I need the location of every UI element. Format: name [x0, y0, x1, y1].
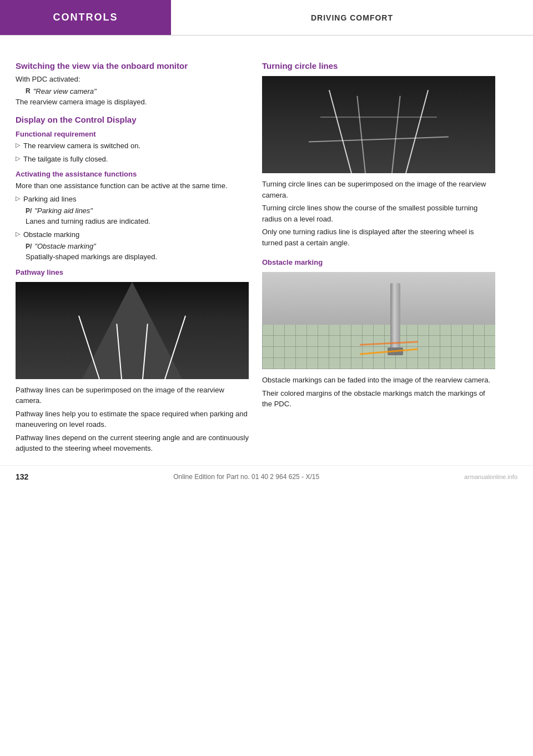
activating-heading: Activating the assistance functions — [16, 170, 249, 178]
pathway-body3: Pathway lines depend on the current stee… — [16, 432, 249, 454]
pathway-line-left — [78, 315, 100, 379]
obstacle-icon-text: "Obstacle marking" — [34, 242, 95, 250]
turning-body3: Only one turning radius line is displaye… — [262, 226, 495, 248]
turning-body2: Turning circle lines show the course of … — [262, 203, 495, 224]
page-header: CONTROLS DRIVING COMFORT — [0, 0, 533, 36]
turning-line2 — [405, 90, 429, 173]
functional-bullet-2: ▷ The tailgate is fully closed. — [16, 154, 249, 165]
bullet-arrow-icon-4: ▷ — [16, 230, 20, 238]
edition-text: Online Edition for Part no. 01 40 2 964 … — [173, 473, 319, 481]
parking-bullet: ▷ Parking aid lines — [16, 194, 249, 205]
display-heading: Display on the Control Display — [16, 115, 249, 124]
obstacle-img-bg — [262, 272, 495, 369]
right-column: Turning circle lines Turning circle line… — [262, 51, 495, 456]
turning-line1 — [329, 90, 352, 173]
controls-label: CONTROLS — [53, 12, 118, 23]
obstacle-right-heading: Obstacle marking — [262, 258, 495, 266]
bullet-arrow-icon-3: ▷ — [16, 195, 20, 202]
parking-icon-text: "Parking aid lines" — [34, 206, 93, 215]
turning-line3 — [356, 96, 366, 173]
switching-body2: The rearview camera image is displayed. — [16, 97, 249, 108]
obstacle-body1: Obstacle markings can be faded into the … — [262, 375, 495, 386]
parking-desc: Lanes and turning radius are indicated. — [26, 216, 249, 227]
pathway-center-left — [116, 324, 122, 379]
turning-body1: Turning circle lines can be superimposed… — [262, 179, 495, 200]
obstacle-grid — [262, 325, 495, 369]
pathway-line-right — [164, 315, 186, 379]
left-column: Switching the view via the onboard monit… — [16, 51, 249, 456]
rear-camera-icon-symbol: R — [26, 87, 31, 95]
pathway-body2: Pathway lines help you to estimate the s… — [16, 409, 249, 430]
switching-icon-row: R "Rear view camera" — [26, 87, 249, 95]
functional-bullet2-text: The tailgate is fully closed. — [23, 154, 108, 165]
functional-heading: Functional requirement — [16, 130, 249, 138]
header-driving-tab: DRIVING COMFORT — [171, 0, 533, 35]
turning-xline1 — [309, 137, 449, 143]
watermark-text: armanualonline.info — [464, 473, 517, 480]
pathway-img-bg — [16, 282, 249, 379]
parking-icon-symbol: P/ — [26, 207, 32, 215]
turning-img-bg — [262, 76, 495, 173]
pathway-image — [16, 282, 249, 379]
obstacle-bullet: ▷ Obstacle marking — [16, 229, 249, 240]
obstacle-body2: Their colored margins of the obstacle ma… — [262, 388, 495, 410]
pathway-heading: Pathway lines — [16, 268, 249, 276]
turning-line4 — [391, 96, 401, 173]
functional-bullet1-text: The rearview camera is switched on. — [23, 140, 140, 152]
obstacle-icon-symbol: P/ — [26, 243, 32, 250]
switching-body1: With PDC activated: — [16, 74, 249, 85]
header-controls-tab: CONTROLS — [0, 0, 171, 35]
page-number: 132 — [16, 472, 28, 481]
bullet-arrow-icon: ▷ — [16, 142, 20, 149]
turning-image — [262, 76, 495, 173]
main-content: Switching the view via the onboard monit… — [0, 36, 533, 456]
obstacle-bullet-text: Obstacle marking — [23, 229, 79, 240]
parking-bullet-text: Parking aid lines — [23, 194, 76, 205]
pathway-body1: Pathway lines can be superimposed on the… — [16, 385, 249, 406]
obstacle-image — [262, 272, 495, 369]
switching-heading: Switching the view via the onboard monit… — [16, 61, 249, 70]
page-footer: 132 Online Edition for Part no. 01 40 2 … — [0, 465, 533, 488]
obstacle-icon-row: P/ "Obstacle marking" — [26, 242, 249, 250]
bullet-arrow-icon-2: ▷ — [16, 155, 20, 162]
turning-xline2 — [320, 117, 437, 118]
parking-icon-row: P/ "Parking aid lines" — [26, 206, 249, 215]
functional-bullet-1: ▷ The rearview camera is switched on. — [16, 140, 249, 152]
pathway-center-right — [142, 324, 148, 379]
obstacle-desc: Spatially-shaped markings are displayed. — [26, 251, 249, 263]
driving-label: DRIVING COMFORT — [311, 13, 393, 22]
activating-body1: More than one assistance function can be… — [16, 180, 249, 191]
turning-heading: Turning circle lines — [262, 61, 495, 70]
rear-camera-icon-text: "Rear view camera" — [33, 87, 97, 95]
obstacle-pole — [390, 283, 400, 350]
